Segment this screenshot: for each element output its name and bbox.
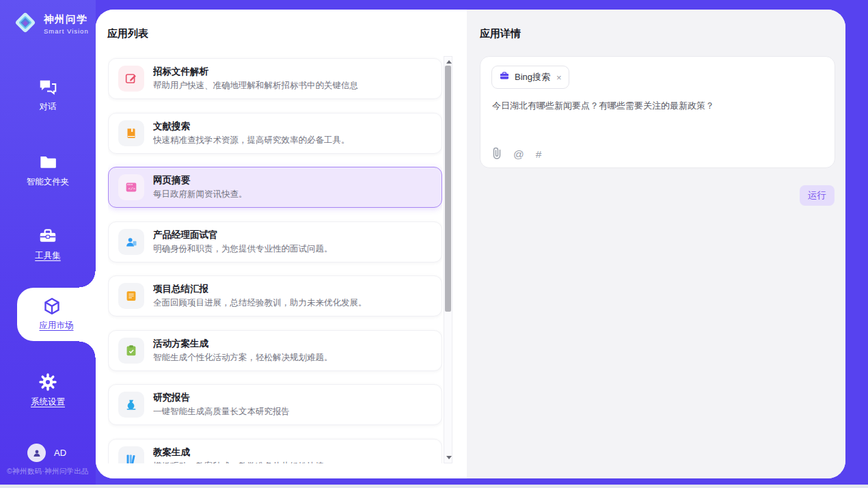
sidebar-item-label: 对话	[0, 101, 96, 113]
folder-icon	[38, 152, 58, 175]
app-card-desc: 快速精准查找学术资源，提高研究效率的必备工具。	[153, 135, 350, 146]
app-card-title: 招标文件解析	[153, 66, 358, 78]
prompt-card: Bing搜索 × 今日湖北有哪些新闻要点？有哪些需要关注的最新政策？ @ #	[480, 56, 835, 168]
app-detail-title: 应用详情	[480, 27, 521, 40]
copyright-footer: ©神州数码·神州问学出品	[0, 467, 96, 476]
avatar	[27, 444, 46, 462]
clipboard-check-icon	[118, 338, 144, 364]
sidebar-item-label: 工具集	[0, 250, 96, 262]
browser-code-icon: </>	[118, 174, 144, 200]
tool-tag-label: Bing搜索	[515, 71, 550, 83]
app-card-lesson-plan[interactable]: 教案生成 模板驱动，教案秒成，教学准备从此轻松快捷	[108, 439, 442, 464]
main-content: 应用列表 招标文件解析 帮助用户快速、准确地理解和解析招标书中的关键信息	[96, 10, 845, 478]
scrollbar-thumb[interactable]	[445, 66, 451, 312]
sidebar-item-label: 应用市场	[17, 320, 96, 331]
app-card-desc: 帮助用户快速、准确地理解和解析招标书中的关键信息	[153, 80, 358, 92]
app-card-web-summary[interactable]: </> 网页摘要 每日政府新闻资讯快查。	[108, 167, 442, 208]
memo-icon	[118, 283, 144, 309]
brand-logo-icon	[12, 10, 38, 38]
sidebar-item-settings[interactable]: 系统设置	[0, 372, 96, 408]
app-card-title: 产品经理面试官	[153, 229, 333, 241]
sidebar-item-toolset[interactable]: 工具集	[0, 226, 96, 262]
app-card-pm-interviewer[interactable]: 产品经理面试官 明确身份和职责，为您提供专业性的面试问题。	[108, 221, 442, 262]
tool-tag-bing-search[interactable]: Bing搜索 ×	[491, 66, 569, 89]
app-card-desc: 全面回顾项目进展，总结经验教训，助力未来优化发展。	[153, 297, 367, 309]
app-card-desc: 智能生成个性化活动方案，轻松解决规划难题。	[153, 352, 333, 364]
window-bottom-edge	[0, 485, 868, 488]
close-icon[interactable]: ×	[556, 72, 562, 83]
app-card-title: 研究报告	[153, 392, 290, 404]
app-detail-panel: 应用详情 Bing搜索 × 今日湖北有哪些新闻要点？有哪些需要关注的最新政策？	[467, 10, 845, 478]
app-list-scrollbar[interactable]	[444, 56, 452, 463]
brand: 神州问学 Smart Vision	[12, 10, 89, 38]
sidebar-item-label: 系统设置	[0, 396, 96, 408]
interviewer-icon	[118, 229, 144, 255]
app-card-title: 活动方案生成	[153, 338, 333, 350]
app-card-bid-analysis[interactable]: 招标文件解析 帮助用户快速、准确地理解和解析招标书中的关键信息	[108, 58, 442, 99]
sidebar-item-app-market[interactable]: 应用市场	[17, 288, 96, 341]
app-card-title: 项目总结汇报	[153, 283, 367, 295]
app-card-desc: 明确身份和职责，为您提供专业性的面试问题。	[153, 243, 333, 255]
app-card-title: 网页摘要	[153, 174, 247, 187]
svg-text:</>: </>	[128, 187, 135, 191]
sidebar-item-smart-folder[interactable]: 智能文件夹	[0, 152, 96, 188]
app-card-project-summary[interactable]: 项目总结汇报 全面回顾项目进展，总结经验教训，助力未来优化发展。	[108, 275, 442, 316]
app-card-desc: 每日政府新闻资讯快查。	[153, 189, 247, 200]
attachment-toolbar: @ #	[492, 147, 541, 162]
brand-subtitle: Smart Vision	[44, 27, 89, 35]
app-card-desc: 模板驱动，教案秒成，教学准备从此轻松快捷	[153, 461, 324, 464]
run-button[interactable]: 运行	[800, 185, 835, 206]
user-account[interactable]: AD	[27, 444, 66, 462]
book-icon	[118, 120, 144, 146]
app-list-title: 应用列表	[107, 27, 148, 40]
report-icon	[118, 392, 144, 418]
user-name: AD	[54, 448, 66, 458]
app-card-activity-plan[interactable]: 活动方案生成 智能生成个性化活动方案，轻松解决规划难题。	[108, 330, 442, 371]
scroll-down-icon[interactable]	[446, 456, 452, 459]
edit-icon	[118, 66, 144, 92]
mention-icon[interactable]: @	[513, 149, 524, 160]
app-card-desc: 一键智能生成高质量长文本研究报告	[153, 406, 290, 418]
app-card-literature-search[interactable]: 文献搜索 快速精准查找学术资源，提高研究效率的必备工具。	[108, 113, 442, 154]
sidebar-item-chat[interactable]: 对话	[0, 77, 96, 113]
briefcase-icon	[499, 70, 510, 84]
sidebar-item-label: 智能文件夹	[0, 176, 96, 188]
brand-name: 神州问学	[44, 13, 89, 26]
prompt-input[interactable]: 今日湖北有哪些新闻要点？有哪些需要关注的最新政策？	[492, 99, 820, 113]
scroll-up-icon[interactable]	[446, 60, 452, 64]
app-list-panel: 应用列表 招标文件解析 帮助用户快速、准确地理解和解析招标书中的关键信息	[96, 10, 467, 478]
app-card-title: 教案生成	[153, 446, 324, 459]
app-card-research-report[interactable]: 研究报告 一键智能生成高质量长文本研究报告	[108, 384, 442, 425]
app-list-scroll-area: 招标文件解析 帮助用户快速、准确地理解和解析招标书中的关键信息 文献搜索 快速精…	[108, 56, 442, 463]
gear-icon	[38, 372, 58, 395]
cube-icon	[42, 296, 62, 319]
hashtag-icon[interactable]: #	[536, 149, 542, 160]
books-icon	[118, 446, 144, 464]
app-card-title: 文献搜索	[153, 120, 350, 133]
toolbox-icon	[38, 226, 58, 249]
paperclip-icon[interactable]	[492, 147, 502, 162]
chat-icon	[38, 77, 58, 100]
sidebar: 神州问学 Smart Vision 对话 智能文件夹	[0, 0, 96, 488]
